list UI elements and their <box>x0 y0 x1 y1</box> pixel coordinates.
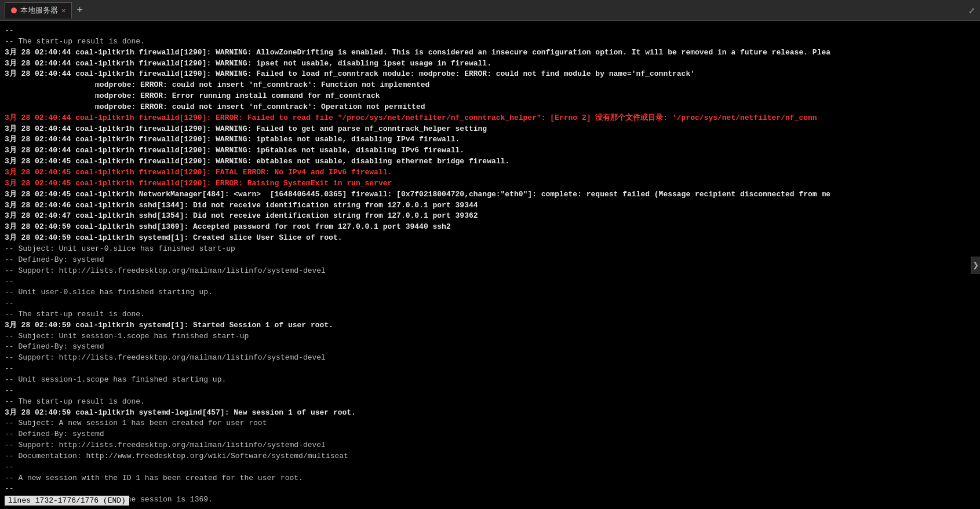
terminal-line: modprobe: ERROR: could not insert 'nf_co… <box>5 80 978 91</box>
terminal-line: -- The start-up result is done. <box>5 36 978 47</box>
terminal-line: 3月 28 02:40:44 coal-1pltkr1h firewalld[1… <box>5 145 978 156</box>
terminal-line: -- The start-up result is done. <box>5 309 978 320</box>
terminal-line: -- Defined-By: systemd <box>5 342 978 353</box>
terminal-line: -- <box>5 25 978 36</box>
terminal-line: 3月 28 02:40:44 coal-1pltkr1h firewalld[1… <box>5 58 978 69</box>
tab-label: 本地服务器 <box>20 5 58 16</box>
terminal-line: 3月 28 02:40:59 coal-1pltkr1h systemd-log… <box>5 408 978 419</box>
tab-dot <box>11 8 17 13</box>
terminal-line: -- Documentation: http://www.freedesktop… <box>5 451 978 462</box>
terminal-line: 3月 28 02:40:45 coal-1pltkr1h NetworkMana… <box>5 189 978 200</box>
terminal-line: 3月 28 02:40:45 coal-1pltkr1h firewalld[1… <box>5 167 978 178</box>
terminal-line: -- Unit user-0.slice has finished starti… <box>5 287 978 298</box>
terminal-line: -- <box>5 276 978 287</box>
add-tab-icon[interactable]: + <box>72 5 88 16</box>
terminal-line: 3月 28 02:40:44 coal-1pltkr1h firewalld[1… <box>5 134 978 145</box>
terminal-line: 3月 28 02:40:44 coal-1pltkr1h firewalld[1… <box>5 124 978 135</box>
terminal-line: -- Defined-By: systemd <box>5 255 978 266</box>
terminal-line: -- Support: http://lists.freedesktop.org… <box>5 440 978 451</box>
terminal-line: 3月 28 02:40:45 coal-1pltkr1h firewalld[1… <box>5 178 978 189</box>
terminal-line: 3月 28 02:40:44 coal-1pltkr1h firewalld[1… <box>5 47 978 58</box>
tab-close-icon[interactable]: ✕ <box>61 6 65 15</box>
terminal-line: 3月 28 02:40:46 coal-1pltkr1h sshd[1344]:… <box>5 200 978 211</box>
expand-icon[interactable]: ⤢ <box>968 5 975 15</box>
terminal-line: modprobe: ERROR: could not insert 'nf_co… <box>5 102 978 113</box>
terminal-line: modprobe: ERROR: Error running install c… <box>5 91 978 102</box>
terminal-line: -- Support: http://lists.freedesktop.org… <box>5 353 978 364</box>
terminal-line: 3月 28 02:40:44 coal-1pltkr1h firewalld[1… <box>5 69 978 80</box>
terminal-line: -- The leading process of the session is… <box>5 495 978 504</box>
terminal-line: -- <box>5 462 978 473</box>
terminal-line: -- Support: http://lists.freedesktop.org… <box>5 266 978 277</box>
terminal-line: 3月 28 02:40:47 coal-1pltkr1h sshd[1354]:… <box>5 211 978 222</box>
terminal-line: -- Unit session-1.scope has finished sta… <box>5 375 978 386</box>
status-bar: lines 1732-1776/1776 (END) <box>5 496 129 506</box>
terminal-line: -- The start-up result is done. <box>5 397 978 408</box>
terminal-line: -- Subject: A new session 1 has been cre… <box>5 418 978 429</box>
tab-local-server[interactable]: 本地服务器 ✕ <box>5 2 72 19</box>
terminal-line: -- A new session with the ID 1 has been … <box>5 473 978 484</box>
terminal-line: -- Subject: Unit user-0.slice has finish… <box>5 244 978 255</box>
titlebar: 本地服务器 ✕ + ⤢ <box>0 0 980 21</box>
terminal-line: -- <box>5 298 978 309</box>
terminal-line: 3月 28 02:40:45 coal-1pltkr1h firewalld[1… <box>5 156 978 167</box>
terminal: ---- The start-up result is done.3月 28 0… <box>0 21 980 509</box>
terminal-line: 3月 28 02:40:59 coal-1pltkr1h systemd[1]:… <box>5 233 978 244</box>
terminal-line: 3月 28 02:40:44 coal-1pltkr1h firewalld[1… <box>5 113 978 124</box>
terminal-line: -- Subject: Unit session-1.scope has fin… <box>5 331 978 342</box>
terminal-line: -- <box>5 386 978 397</box>
terminal-line: -- Defined-By: systemd <box>5 429 978 440</box>
terminal-line: -- <box>5 484 978 495</box>
scrollbar-hint[interactable]: ❯ <box>971 257 980 274</box>
terminal-content[interactable]: ---- The start-up result is done.3月 28 0… <box>5 25 978 504</box>
terminal-line: 3月 28 02:40:59 coal-1pltkr1h sshd[1369]:… <box>5 222 978 233</box>
terminal-line: -- <box>5 364 978 375</box>
terminal-line: 3月 28 02:40:59 coal-1pltkr1h systemd[1]:… <box>5 320 978 331</box>
